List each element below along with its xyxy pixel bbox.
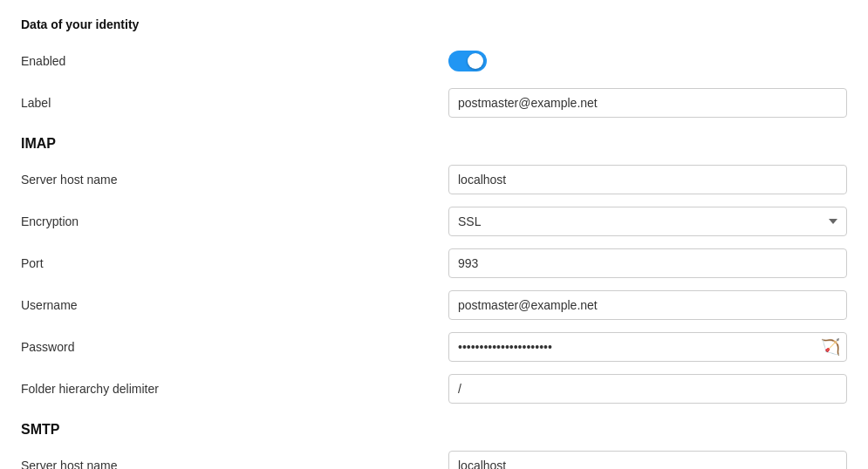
imap-section-title: IMAP <box>21 136 847 152</box>
identity-section: Data of your identity Enabled Label <box>21 17 847 119</box>
label-row: Label <box>21 87 847 119</box>
enabled-toggle[interactable] <box>448 51 487 71</box>
imap-encryption-row: Encryption None SSL STARTTLS <box>21 206 847 237</box>
imap-folder-row: Folder hierarchy delimiter <box>21 373 847 404</box>
smtp-server-label: Server host name <box>21 459 448 469</box>
password-wrapper: 🏹 <box>448 332 847 362</box>
imap-server-input[interactable] <box>448 165 847 194</box>
imap-username-row: Username <box>21 289 847 321</box>
imap-password-input[interactable] <box>448 332 847 362</box>
smtp-server-row: Server host name <box>21 450 847 469</box>
smtp-section-title: SMTP <box>21 422 847 438</box>
imap-section: IMAP Server host name Encryption None SS… <box>21 136 847 404</box>
smtp-section: SMTP Server host name Encryption None SS… <box>21 422 847 469</box>
label-field-label: Label <box>21 96 448 110</box>
identity-section-title: Data of your identity <box>21 17 847 31</box>
imap-encryption-select[interactable]: None SSL STARTTLS <box>448 207 847 236</box>
imap-encryption-label: Encryption <box>21 214 448 228</box>
enabled-row: Enabled <box>21 45 847 77</box>
enabled-label: Enabled <box>21 54 448 68</box>
smtp-server-input[interactable] <box>448 451 847 469</box>
imap-username-input[interactable] <box>448 290 847 320</box>
imap-server-row: Server host name <box>21 164 847 195</box>
imap-password-row: Password 🏹 <box>21 331 847 363</box>
label-input[interactable] <box>448 88 847 118</box>
imap-password-label: Password <box>21 340 448 354</box>
imap-port-row: Port <box>21 248 847 279</box>
password-reveal-icon[interactable]: 🏹 <box>821 337 840 357</box>
imap-folder-label: Folder hierarchy delimiter <box>21 382 448 396</box>
toggle-slider <box>448 51 487 71</box>
imap-port-label: Port <box>21 256 448 270</box>
imap-folder-input[interactable] <box>448 374 847 404</box>
imap-username-label: Username <box>21 298 448 312</box>
imap-port-input[interactable] <box>448 248 847 278</box>
imap-server-label: Server host name <box>21 173 448 187</box>
